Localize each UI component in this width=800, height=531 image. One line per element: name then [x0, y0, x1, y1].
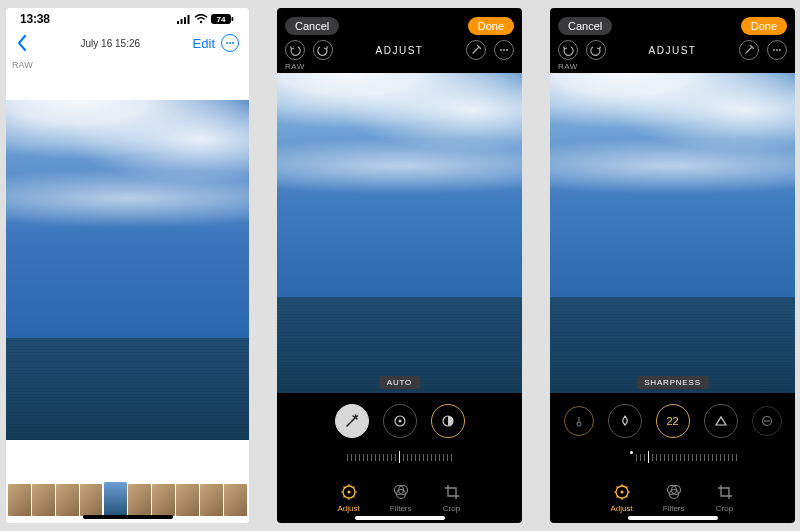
- done-button[interactable]: Done: [468, 17, 514, 35]
- adjustment-chip: SHARPNESS: [636, 376, 709, 389]
- more-button[interactable]: [221, 34, 239, 52]
- edit-nav: Cancel Done: [277, 8, 522, 36]
- tab-label: Adjust: [610, 504, 632, 513]
- dial-auto[interactable]: [335, 404, 369, 438]
- tab-crop[interactable]: Crop: [715, 482, 735, 513]
- cancel-button[interactable]: Cancel: [558, 17, 612, 35]
- edit-subnav: ADJUST: [277, 36, 522, 62]
- svg-point-16: [503, 49, 505, 51]
- thumb[interactable]: [56, 484, 79, 516]
- edit-section-title: ADJUST: [376, 45, 424, 56]
- svg-point-9: [229, 42, 231, 44]
- svg-point-15: [500, 49, 502, 51]
- tab-filters[interactable]: Filters: [390, 482, 412, 513]
- crop-icon: [442, 482, 462, 502]
- adjust-icon: [339, 482, 359, 502]
- filters-icon: [664, 482, 684, 502]
- thumb[interactable]: [128, 484, 151, 516]
- back-button[interactable]: [16, 34, 28, 52]
- warmth-icon: [573, 415, 585, 427]
- photo-canvas[interactable]: AUTO: [277, 73, 522, 393]
- dial-definition[interactable]: [704, 404, 738, 438]
- home-indicator[interactable]: [83, 515, 173, 519]
- raw-badge: RAW: [6, 58, 249, 70]
- sky-clouds: [277, 73, 522, 259]
- battery-icon: 74: [211, 13, 235, 25]
- svg-point-10: [232, 42, 234, 44]
- tab-label: Crop: [716, 504, 733, 513]
- photo-date-title: July 16 15:26: [28, 38, 193, 49]
- slider-handle[interactable]: [648, 451, 649, 463]
- tab-adjust[interactable]: Adjust: [337, 482, 359, 513]
- home-indicator[interactable]: [628, 516, 718, 520]
- redo-button[interactable]: [313, 40, 333, 60]
- photo-preview[interactable]: [6, 100, 249, 440]
- tab-crop[interactable]: Crop: [442, 482, 462, 513]
- slider-handle[interactable]: [399, 451, 400, 463]
- adjustment-chip: AUTO: [379, 376, 420, 389]
- dial-exposure[interactable]: [383, 404, 417, 438]
- status-time: 13:38: [20, 12, 50, 26]
- raw-badge: RAW: [550, 62, 795, 73]
- undo-button[interactable]: [285, 40, 305, 60]
- edit-button[interactable]: Edit: [193, 36, 215, 51]
- dial-tint[interactable]: [608, 404, 642, 438]
- thumb[interactable]: [32, 484, 55, 516]
- thumb[interactable]: [224, 484, 247, 516]
- tint-icon: [618, 414, 632, 428]
- done-button[interactable]: Done: [741, 17, 787, 35]
- svg-rect-3: [188, 15, 190, 24]
- tab-label: Adjust: [337, 504, 359, 513]
- svg-point-26: [773, 49, 775, 51]
- slider-origin-dot: [630, 451, 633, 454]
- thumb-selected[interactable]: [104, 482, 127, 518]
- undo-button[interactable]: [558, 40, 578, 60]
- tab-label: Crop: [443, 504, 460, 513]
- more-options-button[interactable]: [494, 40, 514, 60]
- dial-brilliance[interactable]: [431, 404, 465, 438]
- thumb[interactable]: [200, 484, 223, 516]
- edit-screen-sharpness: Cancel Done ADJUST RAW SHARPNESS 22: [550, 8, 795, 523]
- slider-ruler[interactable]: [277, 445, 522, 469]
- status-right: 74: [177, 13, 235, 25]
- thumb[interactable]: [80, 484, 103, 516]
- cancel-button[interactable]: Cancel: [285, 17, 339, 35]
- svg-point-8: [226, 42, 228, 44]
- svg-point-27: [776, 49, 778, 51]
- edit-screen-auto: Cancel Done ADJUST RAW AUTO: [277, 8, 522, 523]
- home-indicator[interactable]: [355, 516, 445, 520]
- edit-mode-tabs: Adjust Filters Crop: [277, 471, 522, 513]
- more-options-button[interactable]: [767, 40, 787, 60]
- svg-point-22: [347, 491, 350, 494]
- dial-sharpness[interactable]: 22: [656, 404, 690, 438]
- dial-warmth[interactable]: [564, 406, 594, 436]
- photo-canvas[interactable]: SHARPNESS: [550, 73, 795, 393]
- svg-rect-6: [232, 17, 234, 21]
- thumb[interactable]: [8, 484, 31, 516]
- svg-point-4: [200, 21, 202, 23]
- markup-button[interactable]: [739, 40, 759, 60]
- redo-button[interactable]: [586, 40, 606, 60]
- thumb[interactable]: [176, 484, 199, 516]
- edit-nav: Cancel Done: [550, 8, 795, 36]
- sky-clouds: [6, 100, 249, 297]
- wand-icon: [344, 413, 360, 429]
- adjust-icon: [612, 482, 632, 502]
- svg-point-19: [398, 420, 401, 423]
- cell-signal-icon: [177, 14, 191, 24]
- dial-noise[interactable]: [752, 406, 782, 436]
- svg-rect-2: [184, 17, 186, 24]
- adjustment-dials: 22: [550, 393, 795, 445]
- tab-adjust[interactable]: Adjust: [610, 482, 632, 513]
- detail-nav: July 16 15:26 Edit: [6, 30, 249, 58]
- exposure-icon: [393, 414, 407, 428]
- thumbnail-strip[interactable]: [6, 482, 249, 518]
- tab-label: Filters: [663, 504, 685, 513]
- tab-filters[interactable]: Filters: [663, 482, 685, 513]
- markup-button[interactable]: [466, 40, 486, 60]
- slider-ruler[interactable]: [550, 445, 795, 469]
- edit-section-title: ADJUST: [649, 45, 697, 56]
- thumb[interactable]: [152, 484, 175, 516]
- adjustment-dials: [277, 393, 522, 445]
- sea: [6, 338, 249, 440]
